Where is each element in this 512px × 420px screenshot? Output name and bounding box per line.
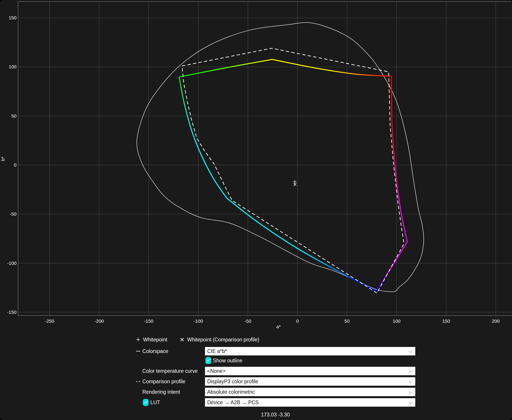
- comparison-profile-label: Comparison profile: [142, 377, 185, 386]
- y-tick-label: 100: [9, 64, 16, 69]
- rendering-intent-label-row: Rendering intent: [136, 388, 205, 396]
- visible-gamut-outline: [137, 22, 424, 292]
- x-tick-label: -50: [245, 318, 251, 323]
- plot-border: [18, 1, 512, 315]
- cursor-coordinates-status: 173.03 -3.30: [261, 412, 290, 418]
- x-tick-label: -200: [94, 318, 104, 323]
- comparison-profile-dropdown[interactable]: DisplayP3 color profile: [205, 377, 415, 386]
- lut-value: Device → A2B → PCS: [207, 398, 259, 407]
- show-outline-label: Show outline: [213, 356, 242, 365]
- colorspace-label-row: Colorspace: [136, 347, 205, 355]
- x-tick-label: 150: [442, 318, 450, 323]
- profile-gamut-green-yellow-top-left-edge: [179, 60, 272, 77]
- chevron-down-icon: [409, 379, 413, 383]
- color-temperature-curve-label: Color temperature curve: [142, 367, 198, 375]
- chevron-down-icon: [409, 400, 413, 404]
- y-tick-label: -100: [7, 261, 16, 266]
- profile-gamut-yellow-red-top-right-edge: [272, 60, 391, 76]
- legend-whitepoint-comparison-label: Whitepoint (Comparison profile): [187, 336, 259, 343]
- rendering-intent-label: Rendering intent: [142, 388, 180, 396]
- x-tick-label: -100: [194, 318, 203, 323]
- x-tick-label: -250: [45, 318, 54, 323]
- x-tick-label: 100: [393, 318, 400, 323]
- y-tick-label: -150: [7, 309, 16, 315]
- lut-checkbox[interactable]: [143, 399, 149, 406]
- color-temperature-curve-dropdown[interactable]: <None>: [205, 367, 415, 375]
- y-axis-label: b*: [0, 157, 5, 161]
- plus-marker-icon: [136, 337, 141, 342]
- comparison-profile-label-row: Comparison profile: [136, 377, 205, 386]
- checkmark-icon: [144, 400, 148, 404]
- chevron-down-icon: [409, 349, 413, 353]
- comparison-profile-value: DisplayP3 color profile: [207, 377, 258, 386]
- profile-gamut-cyan-green-left-edge: [179, 77, 227, 198]
- y-tick-label: 50: [11, 113, 16, 119]
- colorspace-dropdown[interactable]: CIE a*b*: [205, 347, 415, 355]
- solid-line-icon: [136, 347, 141, 355]
- chart-legend: Whitepoint Whitepoint (Comparison profil…: [0, 336, 512, 343]
- lut-dropdown[interactable]: Device → A2B → PCS: [205, 398, 415, 407]
- comparison-profile-gamut: [182, 48, 404, 293]
- rendering-intent-value: Absolute colorimetric: [207, 388, 255, 396]
- colorspace-value: CIE a*b*: [207, 347, 227, 355]
- legend-whitepoint-label: Whitepoint: [143, 336, 167, 343]
- gamut-chart[interactable]: -250-200-150-100-50050100150200150100500…: [0, 0, 512, 334]
- chevron-down-icon: [409, 369, 413, 373]
- show-outline-checkbox[interactable]: [206, 357, 211, 364]
- lut-label: LUT: [150, 398, 160, 407]
- x-axis-label: a*: [276, 324, 281, 329]
- colorspace-label: Colorspace: [142, 347, 168, 355]
- y-tick-label: 0: [14, 162, 16, 167]
- dashed-line-icon: [136, 377, 141, 386]
- x-tick-label: 50: [344, 318, 350, 323]
- y-tick-label: -50: [10, 211, 16, 217]
- rendering-intent-dropdown[interactable]: Absolute colorimetric: [205, 388, 415, 396]
- chevron-down-icon: [409, 390, 413, 394]
- color-temperature-curve-label-row: Color temperature curve: [136, 367, 205, 375]
- x-tick-label: 200: [492, 318, 499, 323]
- profile-gamut-red-magenta-right-edge: [391, 76, 407, 242]
- x-tick-label: -150: [144, 318, 153, 323]
- color-temperature-curve-value: <None>: [207, 367, 225, 375]
- x-tick-label: 0: [296, 318, 299, 323]
- cross-marker-icon: [180, 337, 184, 342]
- gamut-viewer-window: -250-200-150-100-50050100150200150100500…: [0, 0, 512, 420]
- profile-gamut-magenta-blue-edge: [376, 242, 407, 291]
- y-tick-label: 150: [9, 15, 16, 20]
- checkmark-icon: [206, 358, 210, 362]
